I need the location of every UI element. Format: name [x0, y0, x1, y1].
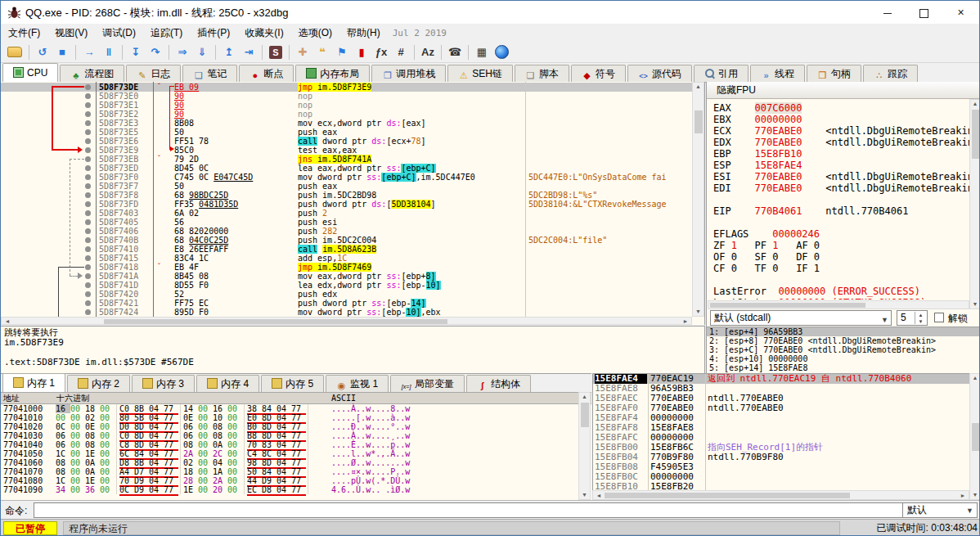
calculator-icon[interactable]: ▦ [473, 44, 491, 61]
dump-byte[interactable]: 36 [85, 485, 100, 494]
register-line[interactable] [713, 194, 970, 205]
arg-count-spinner[interactable]: 5 ▲▼ [897, 310, 928, 326]
disasm-row[interactable]: 5D8F741583C4 1Cadd esp,1C [1, 254, 692, 263]
dump-byte[interactable]: 00 [100, 467, 115, 476]
dump-byte[interactable]: 08 [213, 431, 227, 440]
dump-byte[interactable]: 00 [70, 413, 85, 422]
tab-引用[interactable]: 引用 [694, 65, 748, 82]
memory-dump-pane[interactable]: 地址 十六进制 ASCII 7704100016001800C08B047714… [1, 392, 591, 500]
dump-byte[interactable]: 0C [119, 485, 134, 496]
tab-SEH链[interactable]: SEH链 [447, 65, 513, 82]
stack-row[interactable]: 15E8FB08F45905E3 [593, 462, 969, 472]
breakpoint-dot[interactable] [85, 255, 91, 261]
dump-byte[interactable]: 00 [100, 458, 115, 467]
open-file-icon[interactable] [7, 47, 22, 57]
breakpoint-dot[interactable] [85, 102, 91, 108]
labels-icon[interactable]: ⚑ [333, 44, 351, 61]
call-argument-row[interactable]: 4: [esp+10] 00000000 [707, 354, 980, 363]
dump-byte[interactable]: 0A [213, 440, 227, 449]
disasm-row[interactable]: 5D8F73E550push eax [1, 128, 692, 137]
tab-内存布局[interactable]: 内存布局 [295, 65, 370, 82]
dump-row[interactable]: 77041090340036000CD904771E002000ECD80477… [1, 485, 573, 494]
stop-icon[interactable]: ■ [53, 44, 71, 61]
dump-byte[interactable]: 08 [56, 458, 70, 467]
functions-icon[interactable]: ƒx [372, 44, 390, 61]
disasm-row[interactable]: 5D8F740B68 04C0C25Dpush im.5DC2C0045DC2C… [1, 236, 692, 245]
disasm-hscrollbar[interactable]: ◄ ► [1, 317, 692, 325]
dump-byte[interactable]: 00 [227, 467, 242, 476]
restart-icon[interactable]: ↺ [34, 44, 52, 61]
dump-byte[interactable]: 00 [198, 458, 213, 467]
dump-byte[interactable]: 00 [100, 404, 115, 413]
breakpoint-dot[interactable] [85, 138, 91, 144]
disasm-row[interactable]: 5D8F74036A 02push 2 [1, 209, 692, 218]
dump-byte[interactable]: 00 [227, 476, 242, 485]
breakpoint-dot[interactable] [85, 165, 91, 171]
dump-row[interactable]: 7704107008000A00A4D7047718001A0050840477… [1, 467, 573, 476]
command-input[interactable] [34, 502, 903, 518]
breakpoint-dot[interactable] [85, 156, 91, 162]
pause-icon[interactable]: ‖ [100, 44, 118, 61]
dump-byte[interactable]: 00 [56, 413, 70, 422]
dump-byte[interactable]: 04 [276, 485, 291, 496]
dump-byte[interactable]: 00 [227, 422, 242, 431]
menu-item-4[interactable]: 追踪(T) [143, 24, 190, 43]
dump-byte[interactable]: 00 [100, 422, 115, 431]
disasm-row[interactable]: 5D8F73E38B08mov ecx,dword ptr ds:[eax] [1, 119, 692, 128]
menu-item-5[interactable]: 插件(P) [190, 24, 237, 43]
menu-item-1[interactable]: 文件(F) [1, 24, 47, 43]
disasm-row[interactable]: 5D8F73EBˇ79 2Djns im.5D8F741A [1, 155, 692, 164]
hash-icon[interactable]: # [392, 44, 410, 61]
tab-笔记[interactable]: 笔记 [182, 65, 237, 82]
tab-符号[interactable]: 符号 [571, 65, 626, 82]
breakpoint-dot[interactable] [85, 93, 91, 99]
command-profile-select[interactable]: 默认 ▼ [902, 502, 978, 518]
dump-byte[interactable]: 00 [100, 485, 115, 494]
dump-row[interactable]: 7704104006000800C88D047708000A0070830477… [1, 440, 573, 449]
dump-byte[interactable]: 1C [56, 476, 70, 485]
bottom-tab-内存 4[interactable]: 内存 4 [196, 375, 259, 392]
dump-byte[interactable]: 04 [213, 458, 227, 467]
run-to-user-code-icon[interactable]: ⇓ [193, 44, 211, 61]
dump-byte[interactable]: 08 [183, 440, 198, 449]
dump-byte[interactable]: 00 [198, 467, 213, 476]
breakpoints-icon[interactable]: ▮ [353, 44, 371, 61]
disasm-row[interactable]: 5D8F73F0C745 0C E047C45Dmov dword ptr ss… [1, 173, 692, 182]
dump-byte[interactable]: 00 [227, 431, 242, 440]
dump-byte[interactable]: 00 [100, 440, 115, 449]
stack-row[interactable]: 15E8FAF400000000 [593, 413, 969, 423]
disasm-row[interactable]: 5D8F740668 82020000push 282 [1, 227, 692, 236]
breakpoint-dot[interactable] [85, 273, 91, 279]
bottom-tab-内存 2[interactable]: 内存 2 [67, 375, 130, 392]
dump-byte[interactable]: 00 [100, 449, 115, 458]
dump-row[interactable]: 770410801C001E0070D9047728002A0044D90477… [1, 476, 573, 485]
calling-convention-select[interactable]: 默认 (stdcall) ▼ [710, 310, 892, 326]
disasm-row[interactable]: 5D8F742052push edx [1, 290, 692, 299]
dump-byte[interactable]: 00 [100, 476, 115, 485]
dump-byte[interactable]: 1E [85, 476, 100, 485]
scylla-icon[interactable]: S [269, 46, 282, 59]
breakpoint-dot[interactable] [85, 201, 91, 207]
unlock-checkbox[interactable] [934, 313, 944, 322]
dump-byte[interactable]: 06 [56, 440, 70, 449]
dump-row[interactable]: 770410501C001E006C8404772A002C00C48C0477… [1, 449, 573, 458]
dump-byte[interactable]: 20 [213, 485, 227, 494]
minimize-button[interactable] [869, 1, 906, 24]
menu-item-3[interactable]: 调试(D) [95, 24, 143, 43]
dump-row[interactable]: 7704100016001800C08B04771400160038840477… [1, 404, 573, 413]
dump-byte[interactable]: 1E [85, 449, 100, 458]
menu-item-2[interactable]: 视图(V) [47, 24, 95, 43]
bottom-tab-监视 1[interactable]: 监视 1 [326, 375, 389, 392]
register-line[interactable]: ZF 1 PF 1 AF 0 [713, 240, 970, 251]
bottom-tab-内存 5[interactable]: 内存 5 [261, 375, 324, 392]
tab-日志[interactable]: 日志 [126, 65, 181, 82]
step-into-icon[interactable]: ↧ [127, 44, 145, 61]
register-line[interactable]: ESI 770EABE0 <ntdll.DbgUiRemoteBreakin> [713, 171, 970, 182]
stack-row[interactable]: 15E8FAF815E8FAE8 [593, 423, 969, 433]
bottom-tab-内存 3[interactable]: 内存 3 [132, 375, 195, 392]
dump-byte[interactable]: 00 [70, 467, 85, 476]
dump-byte[interactable]: 2A [183, 449, 198, 458]
maximize-button[interactable] [906, 1, 942, 24]
register-line[interactable]: EIP 770B4061 ntdll.770B4061 [713, 205, 970, 217]
register-line[interactable]: EFLAGS 00000246 [713, 228, 970, 240]
